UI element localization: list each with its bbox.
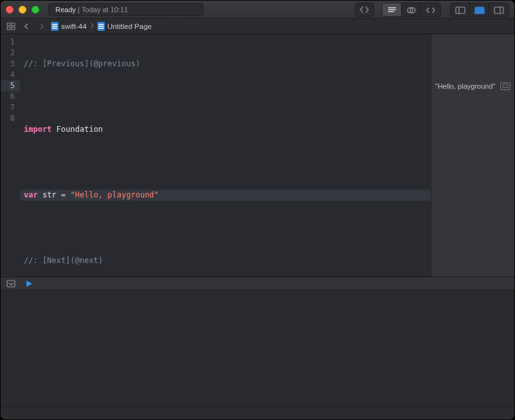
comment-token: //: [Next](@next)	[24, 256, 103, 265]
library-button[interactable]	[355, 3, 374, 17]
standard-editor-button[interactable]	[382, 3, 402, 17]
run-playground-button[interactable]	[24, 278, 34, 289]
svg-rect-17	[7, 280, 15, 287]
breadcrumb-page[interactable]: Untitled Page	[97, 22, 152, 31]
breadcrumb-project-label: swift-44	[61, 23, 87, 30]
right-panel-icon	[494, 6, 504, 14]
double-arrow-icon	[426, 6, 435, 14]
svg-rect-15	[12, 27, 15, 30]
breadcrumb-project[interactable]: swift-44	[51, 22, 87, 31]
lines-icon	[388, 7, 397, 14]
svg-rect-9	[475, 11, 484, 14]
results-sidebar: "Hello, playground"	[431, 34, 514, 277]
nav-back-button[interactable]	[20, 23, 33, 30]
related-items-button[interactable]	[5, 23, 17, 30]
svg-rect-10	[494, 7, 503, 14]
breadcrumb-page-label: Untitled Page	[108, 23, 152, 30]
identifier-token: Foundation	[57, 125, 103, 134]
line-number: 7	[1, 102, 20, 113]
bottom-bar	[1, 406, 514, 419]
line-number: 3	[1, 59, 20, 69]
titlebar: Ready | Today at 10:11	[1, 1, 514, 19]
identifier-token: str	[42, 190, 57, 199]
result-row[interactable]: "Hello, playground"	[435, 80, 510, 91]
svg-rect-13	[12, 23, 15, 26]
version-editor-button[interactable]	[421, 3, 440, 17]
window-controls	[6, 6, 39, 14]
result-value: "Hello, playground"	[435, 82, 495, 90]
minimize-window-button[interactable]	[19, 6, 26, 14]
nav-forward-button[interactable]	[35, 23, 48, 30]
debug-console[interactable]	[1, 291, 514, 406]
svg-rect-14	[7, 27, 10, 30]
chevron-left-icon	[24, 23, 29, 30]
grid-icon	[6, 23, 15, 30]
assistant-editor-button[interactable]	[402, 3, 421, 17]
editor-mode-group	[382, 3, 441, 17]
rect-icon	[502, 84, 509, 88]
left-panel-icon	[455, 6, 465, 14]
chevron-right-icon	[39, 23, 44, 30]
toggle-navigator-button[interactable]	[451, 3, 470, 17]
status-separator: |	[76, 6, 82, 14]
string-token: "Hello, playground"	[70, 190, 158, 199]
playground-page-icon	[97, 22, 105, 31]
toggle-inspector-button[interactable]	[489, 3, 509, 17]
operator-token: =	[57, 190, 71, 199]
code-area[interactable]: //: [Previous](@previous) import Foundat…	[20, 34, 431, 277]
keyword-token: var	[24, 190, 38, 199]
bottom-panel-icon	[474, 6, 485, 14]
line-number: 5	[1, 80, 20, 91]
play-icon	[26, 280, 32, 287]
braces-icon	[360, 6, 369, 14]
status-time: Today at 10:11	[82, 6, 128, 14]
breadcrumb-separator	[90, 23, 94, 29]
svg-rect-16	[503, 84, 508, 87]
quicklook-icon[interactable]	[500, 82, 510, 90]
chevron-down-box-icon	[6, 280, 15, 288]
comment-token: //: [Previous](@previous)	[24, 59, 140, 68]
line-number: 6	[1, 91, 20, 102]
line-number-gutter: 1 2 3 4 5 6 7 8	[1, 34, 20, 277]
xcode-window: Ready | Today at 10:11	[0, 0, 515, 420]
line-number: 8	[1, 113, 20, 124]
keyword-token: import	[24, 125, 52, 134]
status-state: Ready	[55, 6, 76, 14]
svg-rect-12	[7, 23, 10, 26]
toggle-debug-view-button[interactable]	[6, 278, 16, 289]
line-number: 4	[1, 69, 20, 80]
main-area: 1 2 3 4 5 6 7 8 //: [Previous](@previous…	[1, 34, 514, 277]
chevron-right-icon	[90, 23, 94, 29]
close-window-button[interactable]	[6, 6, 14, 14]
toggle-debug-area-button[interactable]	[470, 3, 489, 17]
debug-bar	[1, 277, 514, 291]
playground-file-icon	[51, 22, 59, 31]
venn-icon	[407, 6, 416, 15]
source-editor[interactable]: 1 2 3 4 5 6 7 8 //: [Previous](@previous…	[1, 34, 431, 277]
zoom-window-button[interactable]	[32, 6, 39, 14]
line-number: 2	[1, 48, 20, 59]
activity-status: Ready | Today at 10:11	[48, 3, 203, 16]
jump-bar: swift-44 Untitled Page	[1, 19, 514, 34]
line-number: 1	[1, 37, 20, 48]
panel-toggle-group	[450, 3, 509, 17]
